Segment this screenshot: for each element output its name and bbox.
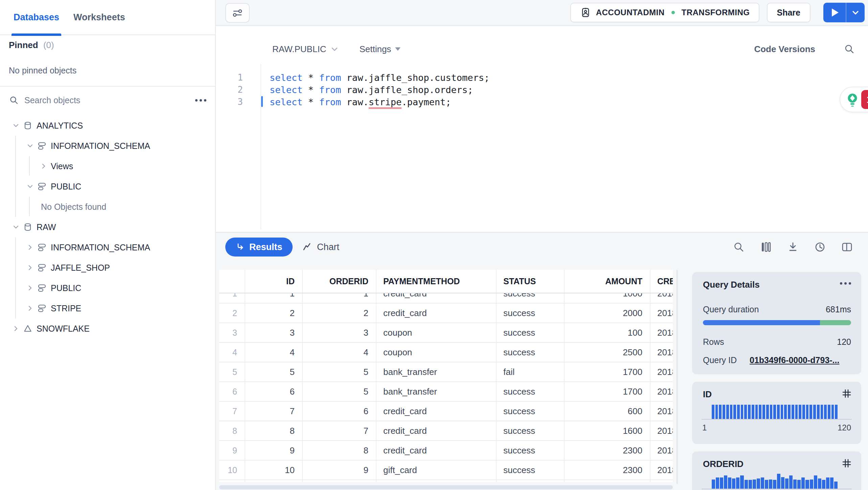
- database-icon: [23, 222, 32, 232]
- context-role-label: ACCOUNTADMIN: [596, 8, 665, 17]
- hash-icon[interactable]: [842, 388, 852, 399]
- database-context-selector[interactable]: RAW.PUBLIC: [272, 44, 339, 54]
- query-id-link[interactable]: 01b349f6-0000-d793-...: [750, 355, 839, 365]
- histogram-bar: [757, 478, 760, 489]
- hash-icon[interactable]: [842, 458, 852, 468]
- tab-chart[interactable]: Chart: [302, 238, 339, 257]
- run-options-button[interactable]: [846, 3, 865, 22]
- column-header-status[interactable]: STATUS: [497, 270, 565, 293]
- pinned-title: Pinned: [9, 40, 38, 50]
- tree-item-raw[interactable]: RAW: [0, 217, 215, 237]
- chevron-right-icon[interactable]: [26, 244, 35, 251]
- chevron-right-icon[interactable]: [12, 325, 20, 332]
- chevron-right-icon[interactable]: [39, 162, 48, 170]
- table-cell: bank_transfer: [376, 362, 497, 381]
- table-cell: 2018: [650, 343, 673, 362]
- search-input[interactable]: [24, 95, 195, 105]
- table-cell: 6: [245, 382, 303, 401]
- copilot-suggestion-pill[interactable]: 1: [840, 87, 868, 112]
- tree-item-label: RAW: [37, 222, 56, 232]
- tree-item-analytics[interactable]: ANALYTICS: [0, 115, 215, 136]
- sidebar-more-menu[interactable]: [195, 99, 206, 102]
- tab-worksheets[interactable]: Worksheets: [73, 0, 125, 35]
- sql-editor: RAW.PUBLIC Settings Code Versions 1selec…: [216, 26, 868, 231]
- history-icon[interactable]: [814, 241, 826, 253]
- column-header-orderid[interactable]: ORDERID: [303, 270, 376, 293]
- tree-item-label: STRIPE: [51, 304, 81, 313]
- tree-item-information-schema[interactable]: INFORMATION_SCHEMA: [0, 237, 215, 258]
- filters-button[interactable]: [225, 3, 250, 23]
- chevron-right-icon[interactable]: [26, 284, 35, 292]
- column-header-paymentmethod[interactable]: PAYMENTMETHOD: [376, 270, 497, 293]
- share-button[interactable]: Share: [767, 3, 810, 22]
- tree-item-stripe[interactable]: STRIPE: [0, 298, 215, 318]
- query-details-menu[interactable]: [840, 282, 851, 285]
- tab-databases[interactable]: Databases: [14, 0, 59, 35]
- column-header-id[interactable]: ID: [245, 270, 303, 293]
- histogram-bar: [712, 405, 714, 419]
- table-cell: 7: [303, 421, 376, 440]
- tree-item-information-schema[interactable]: INFORMATION_SCHEMA: [0, 136, 215, 156]
- code-versions-button[interactable]: Code Versions: [754, 44, 815, 54]
- column-header-created[interactable]: CREATED: [650, 270, 673, 293]
- tree-item-jaffle-shop[interactable]: JAFFLE_SHOP: [0, 258, 215, 278]
- code-line[interactable]: 3select * from raw.stripe.payment;: [216, 96, 868, 108]
- tab-results[interactable]: Results: [225, 238, 293, 257]
- query-details-card: Query Details Query duration 681ms Rows …: [692, 272, 861, 374]
- chevron-down-icon[interactable]: [12, 223, 20, 231]
- tree-item-snowflake[interactable]: SNOWFLAKE: [0, 318, 215, 339]
- histogram-bar: [737, 405, 740, 419]
- horizontal-scrollbar[interactable]: [219, 485, 673, 489]
- histogram-baseline: [702, 489, 852, 489]
- histogram-bar: [805, 480, 809, 489]
- object-explorer-sidebar: Databases Worksheets Pinned (0) No pinne…: [0, 0, 216, 490]
- vertical-scrollbar[interactable]: [677, 270, 678, 484]
- chevron-right-icon[interactable]: [26, 264, 35, 271]
- column-header-amount[interactable]: AMOUNT: [565, 270, 650, 293]
- tree-guide: [15, 136, 16, 217]
- chevron-down-icon[interactable]: [12, 122, 20, 129]
- histogram-bar: [724, 475, 727, 489]
- histogram-min-label: 1: [702, 423, 707, 432]
- settings-menu[interactable]: Settings: [359, 44, 401, 54]
- editor-search-icon[interactable]: [844, 43, 855, 55]
- table-cell: 3: [245, 323, 303, 342]
- results-table: IDORDERIDPAYMENTMETHODSTATUSAMOUNTCREATE…: [219, 270, 673, 482]
- search-icon: [9, 95, 19, 105]
- table-cell: bank_transfer: [376, 382, 497, 401]
- tree-guide: [29, 156, 30, 176]
- histogram-bar: [740, 475, 744, 489]
- tree-item-label: INFORMATION_SCHEMA: [51, 243, 150, 252]
- table-cell: coupon: [376, 323, 497, 342]
- chevron-down-icon[interactable]: [26, 183, 35, 190]
- context-selector-button[interactable]: ACCOUNTADMIN TRANSFORMING: [570, 3, 759, 22]
- search-results-icon[interactable]: [733, 241, 745, 253]
- table-cell: 3: [219, 323, 245, 342]
- histogram-bar: [777, 405, 780, 419]
- database-tree: ANALYTICSINFORMATION_SCHEMAViewsPUBLICNo…: [0, 115, 215, 339]
- histogram-title: ID: [703, 389, 712, 400]
- chevron-right-icon[interactable]: [26, 305, 35, 312]
- tree-item-public[interactable]: PUBLIC: [0, 176, 215, 197]
- split-view-icon[interactable]: [841, 241, 853, 253]
- download-icon[interactable]: [787, 241, 799, 253]
- chevron-down-icon[interactable]: [26, 142, 35, 150]
- tree-item-label: No Objects found: [41, 202, 106, 212]
- table-cell: 6: [219, 382, 245, 401]
- schema-icon: [37, 182, 47, 191]
- tree-item-public[interactable]: PUBLIC: [0, 278, 215, 298]
- columns-icon[interactable]: [760, 241, 772, 253]
- run-button[interactable]: [823, 3, 846, 22]
- table-cell: 1: [303, 293, 376, 303]
- tree-item-views[interactable]: Views: [0, 156, 215, 176]
- histogram-bar: [753, 480, 756, 489]
- code-line[interactable]: 2select * from raw.jaffle_shop.orders;: [216, 84, 868, 96]
- table-cell: success: [497, 441, 565, 460]
- table-cell: success: [497, 402, 565, 421]
- code-line[interactable]: 1select * from raw.jaffle_shop.customers…: [216, 71, 868, 84]
- table-cell: 100: [565, 323, 650, 342]
- code-editor-area[interactable]: 1select * from raw.jaffle_shop.customers…: [216, 71, 868, 108]
- table-cell: 2018: [650, 461, 673, 480]
- column-header-rownum[interactable]: [219, 270, 245, 293]
- table-cell: 2018: [650, 304, 673, 322]
